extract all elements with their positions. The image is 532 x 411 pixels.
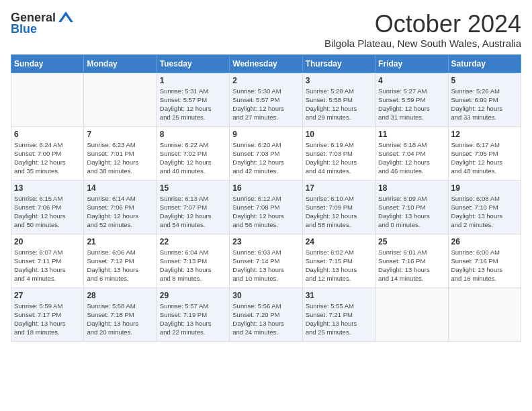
calendar-cell: 14Sunrise: 6:14 AM Sunset: 7:06 PM Dayli… (84, 180, 157, 234)
calendar-cell: 5Sunrise: 5:26 AM Sunset: 6:00 PM Daylig… (448, 73, 521, 126)
day-number: 27 (14, 291, 81, 300)
title-block: October 2024 Bilgola Plateau, New South … (324, 11, 521, 49)
day-info: Sunrise: 6:17 AM Sunset: 7:05 PM Dayligh… (451, 140, 518, 176)
day-number: 16 (232, 183, 299, 193)
day-number: 14 (87, 183, 153, 193)
weekday-header-thursday: Thursday (302, 54, 375, 73)
day-number: 24 (306, 237, 372, 246)
day-number: 7 (87, 130, 153, 139)
week-row-5: 27Sunrise: 5:59 AM Sunset: 7:17 PM Dayli… (11, 287, 521, 341)
calendar-cell: 26Sunrise: 6:00 AM Sunset: 7:16 PM Dayli… (448, 234, 521, 287)
calendar-cell: 28Sunrise: 5:58 AM Sunset: 7:18 PM Dayli… (84, 287, 157, 341)
logo-blue-text: Blue (11, 22, 37, 36)
calendar-cell: 6Sunrise: 6:24 AM Sunset: 7:00 PM Daylig… (11, 126, 84, 180)
location-title: Bilgola Plateau, New South Wales, Austra… (324, 38, 521, 49)
calendar-cell: 13Sunrise: 6:15 AM Sunset: 7:06 PM Dayli… (11, 180, 84, 234)
calendar-cell (11, 73, 84, 126)
page-header: General Blue October 2024 Bilgola Platea… (11, 11, 521, 49)
day-number: 30 (232, 291, 299, 300)
day-number: 26 (451, 237, 518, 246)
day-number: 13 (14, 183, 81, 193)
day-number: 12 (451, 130, 518, 139)
day-info: Sunrise: 5:31 AM Sunset: 5:57 PM Dayligh… (160, 87, 226, 122)
day-number: 5 (451, 76, 518, 85)
day-info: Sunrise: 5:30 AM Sunset: 5:57 PM Dayligh… (232, 87, 299, 122)
calendar-cell: 20Sunrise: 6:07 AM Sunset: 7:11 PM Dayli… (11, 234, 84, 287)
calendar-cell: 19Sunrise: 6:08 AM Sunset: 7:10 PM Dayli… (448, 180, 521, 234)
week-row-4: 20Sunrise: 6:07 AM Sunset: 7:11 PM Dayli… (11, 234, 521, 287)
calendar-cell: 11Sunrise: 6:18 AM Sunset: 7:04 PM Dayli… (375, 126, 448, 180)
day-info: Sunrise: 6:20 AM Sunset: 7:03 PM Dayligh… (232, 140, 299, 176)
day-number: 28 (87, 291, 153, 300)
day-info: Sunrise: 5:55 AM Sunset: 7:21 PM Dayligh… (306, 302, 372, 337)
calendar-cell: 17Sunrise: 6:10 AM Sunset: 7:09 PM Dayli… (302, 180, 375, 234)
logo: General Blue (11, 11, 73, 36)
day-info: Sunrise: 6:15 AM Sunset: 7:06 PM Dayligh… (14, 194, 81, 230)
weekday-header-saturday: Saturday (448, 54, 521, 73)
calendar-cell (84, 73, 157, 126)
day-number: 31 (306, 291, 372, 300)
day-number: 25 (378, 237, 445, 246)
day-info: Sunrise: 6:13 AM Sunset: 7:07 PM Dayligh… (160, 194, 226, 230)
day-info: Sunrise: 5:57 AM Sunset: 7:19 PM Dayligh… (160, 302, 226, 337)
day-info: Sunrise: 6:03 AM Sunset: 7:14 PM Dayligh… (232, 248, 299, 283)
week-row-3: 13Sunrise: 6:15 AM Sunset: 7:06 PM Dayli… (11, 180, 521, 234)
weekday-header-monday: Monday (84, 54, 157, 73)
day-info: Sunrise: 5:28 AM Sunset: 5:58 PM Dayligh… (306, 87, 372, 122)
calendar-cell: 29Sunrise: 5:57 AM Sunset: 7:19 PM Dayli… (157, 287, 229, 341)
day-number: 19 (451, 183, 518, 193)
day-number: 1 (160, 76, 226, 85)
day-info: Sunrise: 6:23 AM Sunset: 7:01 PM Dayligh… (87, 140, 153, 176)
day-number: 22 (160, 237, 226, 246)
day-number: 2 (232, 76, 299, 85)
day-number: 18 (378, 183, 445, 193)
day-number: 4 (378, 76, 445, 85)
calendar-cell: 12Sunrise: 6:17 AM Sunset: 7:05 PM Dayli… (448, 126, 521, 180)
day-info: Sunrise: 5:56 AM Sunset: 7:20 PM Dayligh… (232, 302, 299, 337)
day-info: Sunrise: 6:01 AM Sunset: 7:16 PM Dayligh… (378, 248, 445, 283)
day-number: 6 (14, 130, 81, 139)
calendar-cell: 21Sunrise: 6:06 AM Sunset: 7:12 PM Dayli… (84, 234, 157, 287)
calendar-table: SundayMondayTuesdayWednesdayThursdayFrid… (11, 54, 521, 342)
calendar-cell: 15Sunrise: 6:13 AM Sunset: 7:07 PM Dayli… (157, 180, 229, 234)
day-info: Sunrise: 6:22 AM Sunset: 7:02 PM Dayligh… (160, 140, 226, 176)
calendar-cell (448, 287, 521, 341)
calendar-cell: 24Sunrise: 6:02 AM Sunset: 7:15 PM Dayli… (302, 234, 375, 287)
calendar-cell: 16Sunrise: 6:12 AM Sunset: 7:08 PM Dayli… (230, 180, 302, 234)
calendar-cell: 18Sunrise: 6:09 AM Sunset: 7:10 PM Dayli… (375, 180, 448, 234)
calendar-cell (375, 287, 448, 341)
day-number: 23 (232, 237, 299, 246)
calendar-cell: 10Sunrise: 6:19 AM Sunset: 7:03 PM Dayli… (302, 126, 375, 180)
day-number: 9 (232, 130, 299, 139)
day-info: Sunrise: 6:24 AM Sunset: 7:00 PM Dayligh… (14, 140, 81, 176)
weekday-header-wednesday: Wednesday (230, 54, 302, 73)
day-info: Sunrise: 6:18 AM Sunset: 7:04 PM Dayligh… (378, 140, 445, 176)
day-info: Sunrise: 6:10 AM Sunset: 7:09 PM Dayligh… (306, 194, 372, 230)
calendar-cell: 30Sunrise: 5:56 AM Sunset: 7:20 PM Dayli… (230, 287, 302, 341)
calendar-cell: 22Sunrise: 6:04 AM Sunset: 7:13 PM Dayli… (157, 234, 229, 287)
day-info: Sunrise: 6:06 AM Sunset: 7:12 PM Dayligh… (87, 248, 153, 283)
calendar-cell: 2Sunrise: 5:30 AM Sunset: 5:57 PM Daylig… (230, 73, 302, 126)
day-info: Sunrise: 5:58 AM Sunset: 7:18 PM Dayligh… (87, 302, 153, 337)
day-info: Sunrise: 6:02 AM Sunset: 7:15 PM Dayligh… (306, 248, 372, 283)
calendar-cell: 3Sunrise: 5:28 AM Sunset: 5:58 PM Daylig… (302, 73, 375, 126)
calendar-cell: 23Sunrise: 6:03 AM Sunset: 7:14 PM Dayli… (230, 234, 302, 287)
calendar-cell: 7Sunrise: 6:23 AM Sunset: 7:01 PM Daylig… (84, 126, 157, 180)
calendar-cell: 8Sunrise: 6:22 AM Sunset: 7:02 PM Daylig… (157, 126, 229, 180)
calendar-cell: 25Sunrise: 6:01 AM Sunset: 7:16 PM Dayli… (375, 234, 448, 287)
week-row-1: 1Sunrise: 5:31 AM Sunset: 5:57 PM Daylig… (11, 73, 521, 126)
weekday-header-friday: Friday (375, 54, 448, 73)
day-number: 15 (160, 183, 226, 193)
day-info: Sunrise: 5:26 AM Sunset: 6:00 PM Dayligh… (451, 87, 518, 122)
day-number: 21 (87, 237, 153, 246)
day-info: Sunrise: 6:14 AM Sunset: 7:06 PM Dayligh… (87, 194, 153, 230)
calendar-cell: 1Sunrise: 5:31 AM Sunset: 5:57 PM Daylig… (157, 73, 229, 126)
day-info: Sunrise: 6:09 AM Sunset: 7:10 PM Dayligh… (378, 194, 445, 230)
day-info: Sunrise: 6:12 AM Sunset: 7:08 PM Dayligh… (232, 194, 299, 230)
day-number: 17 (306, 183, 372, 193)
day-number: 10 (306, 130, 372, 139)
calendar-cell: 27Sunrise: 5:59 AM Sunset: 7:17 PM Dayli… (11, 287, 84, 341)
day-number: 8 (160, 130, 226, 139)
day-number: 11 (378, 130, 445, 139)
day-info: Sunrise: 5:27 AM Sunset: 5:59 PM Dayligh… (378, 87, 445, 122)
